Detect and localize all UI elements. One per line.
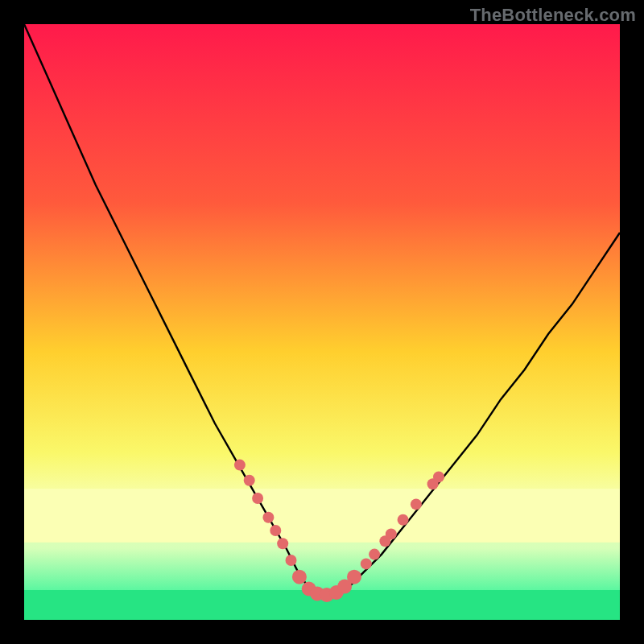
curve-marker bbox=[262, 512, 274, 523]
curve-marker bbox=[234, 460, 246, 471]
curve-marker bbox=[398, 514, 409, 526]
curve-marker bbox=[347, 570, 361, 584]
curve-marker bbox=[286, 555, 297, 566]
watermark-label: TheBottleneck.com bbox=[470, 5, 636, 26]
curve-marker bbox=[244, 475, 255, 486]
bottleneck-curve-chart bbox=[24, 24, 620, 620]
curve-marker bbox=[292, 570, 307, 584]
curve-marker bbox=[433, 471, 444, 482]
curve-marker bbox=[361, 558, 372, 569]
curve-marker bbox=[277, 538, 288, 549]
chart-frame: TheBottleneck.com bbox=[0, 0, 644, 644]
curve-marker bbox=[270, 525, 281, 536]
yellow-band bbox=[24, 489, 620, 543]
curve-marker bbox=[411, 498, 422, 510]
curve-marker bbox=[386, 528, 397, 539]
curve-marker bbox=[252, 493, 263, 504]
plot-area bbox=[24, 24, 620, 620]
curve-marker bbox=[369, 549, 380, 560]
